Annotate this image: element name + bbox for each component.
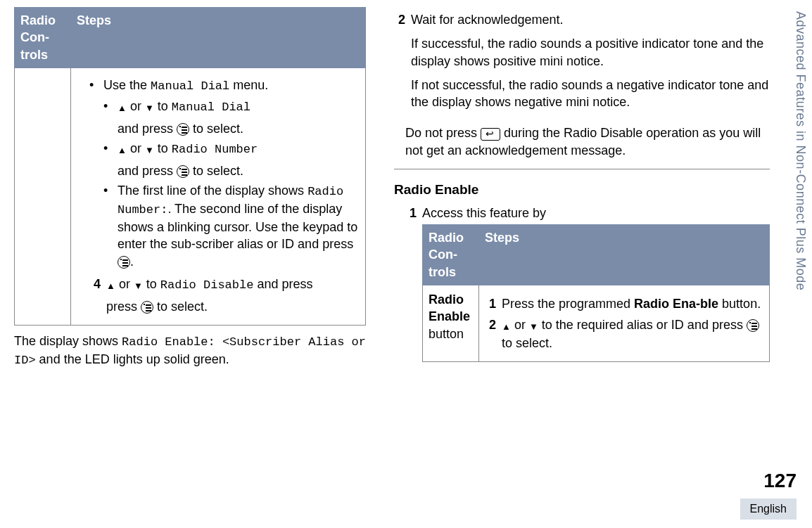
left-td-empty [15, 67, 71, 325]
s4-to: to [143, 277, 160, 291]
ok-button-icon [177, 123, 189, 136]
ok-button-icon-4 [141, 301, 153, 314]
left-below-para: The display shows Radio Enable: <Subscri… [14, 333, 366, 369]
b1-pre: Use the [103, 78, 151, 92]
r2-sel: to select. [502, 336, 552, 350]
step-2-number: 2 [394, 11, 411, 117]
right-td-steps: 1 Press the programmed Radio Ena-ble but… [479, 285, 770, 361]
r1-c: button. [718, 297, 761, 311]
b3a: The first line of the display shows [118, 183, 307, 198]
sub2-sel: to select. [189, 164, 243, 178]
right-td-label: Radio Enable button [423, 285, 479, 361]
ok-button-icon-3 [118, 256, 130, 269]
below-a: The display shows [14, 334, 122, 348]
right-th-controls: Radio Con-trols [423, 225, 479, 285]
s2-p3: Do not press during the Radio Disable op… [405, 124, 770, 159]
row-label-rest: button [429, 327, 464, 341]
left-th-controls: Radio Con-trols [15, 8, 71, 68]
s4-or: or [115, 277, 134, 291]
s4-sel: to select. [153, 300, 208, 314]
sub2-mono: Radio Number [172, 143, 258, 156]
language-label: English [740, 498, 797, 520]
up-arrow-icon-4 [502, 317, 511, 334]
sub1-to: to [154, 99, 172, 113]
section-divider [394, 169, 770, 169]
side-tab-label: Advanced Features in Non-Connect Plus Mo… [792, 11, 809, 290]
b1-post: menu. [229, 78, 268, 92]
r1-b: Radio Ena-ble [634, 297, 718, 311]
r1-n: 1 [485, 295, 502, 312]
left-radio-table: Radio Con-trols Steps • Use the Manual D… [14, 7, 366, 326]
sub1-mono: Manual Dial [172, 101, 250, 114]
radio-enable-heading: Radio Enable [394, 181, 770, 199]
left-th-steps: Steps [71, 8, 366, 68]
sub2-or: or [127, 141, 145, 155]
sub2-to: to [154, 141, 172, 155]
s4-and: and press [253, 277, 312, 291]
s4-mono: Radio Disable [160, 278, 254, 292]
down-arrow-icon-2 [145, 141, 154, 157]
r2-n: 2 [485, 316, 502, 352]
row-label-bold: Radio Enable [429, 292, 470, 323]
s2-p3a: Do not press [405, 126, 481, 140]
down-arrow-icon [145, 98, 154, 115]
up-arrow-icon [118, 98, 127, 115]
r1-a: Press the programmed [502, 297, 634, 311]
s2-text: Wait for acknowledgement. [411, 11, 770, 28]
s4-press-word: press [106, 300, 141, 314]
s2-p2: If not successful, the radio sounds a ne… [411, 77, 770, 111]
below-b: and the LED lights up solid green. [36, 352, 229, 366]
bullet-dot: • [89, 77, 103, 95]
right-radio-table: Radio Con-trols Steps Radio Enable butto… [422, 224, 770, 362]
step-1-number: 1 [405, 205, 422, 362]
sub1-press: and press [118, 122, 177, 136]
up-arrow-icon-2 [118, 141, 127, 157]
r2-to: to the required alias or ID and press [538, 318, 747, 332]
sub-bullet-dot: • [103, 98, 118, 137]
home-back-icon [481, 128, 500, 141]
s1-text: Access this feature by [422, 205, 770, 221]
down-arrow-icon-3 [134, 276, 143, 293]
b3-dot: . [130, 255, 134, 269]
up-arrow-icon-3 [106, 276, 115, 293]
left-td-steps: • Use the Manual Dial menu. • or to Manu… [71, 67, 366, 325]
sub1-sel: to select. [189, 122, 243, 136]
ok-button-icon-5 [747, 319, 759, 332]
sub-bullet-dot-3: • [103, 182, 118, 270]
b1-mono: Manual Dial [151, 79, 229, 93]
sub2-press: and press [118, 164, 177, 178]
sub1-or: or [127, 99, 145, 113]
r2-or: or [511, 318, 529, 332]
s2-p1: If successful, the radio sounds a positi… [411, 35, 770, 70]
step-4-number: 4 [89, 276, 106, 315]
ok-button-icon-2 [177, 165, 189, 178]
right-th-steps: Steps [479, 225, 770, 285]
sub-bullet-dot-2: • [103, 140, 118, 179]
down-arrow-icon-4 [529, 317, 538, 334]
page-number: 127 [763, 468, 797, 494]
